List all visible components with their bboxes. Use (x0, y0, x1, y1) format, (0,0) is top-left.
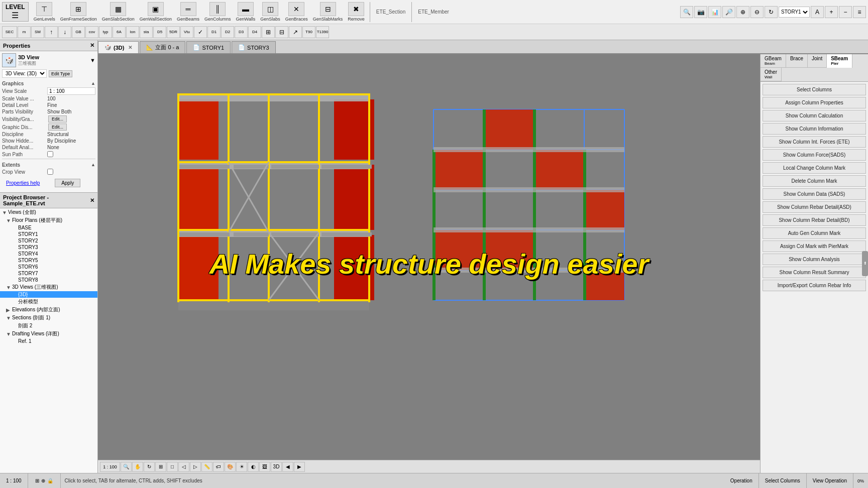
gb-btn[interactable]: GB (72, 26, 85, 38)
toolbar-right-btn6[interactable]: ⊖ (750, 6, 764, 18)
tab-elevation[interactable]: 📐 立面 0 - a (140, 41, 185, 53)
properties-close-icon[interactable]: ✕ (90, 42, 94, 49)
right-tab-joint[interactable]: Joint (808, 54, 827, 68)
tree-story2[interactable]: STORY2 (0, 237, 97, 244)
pan-btn[interactable]: ✋ (132, 462, 143, 472)
prev-btn[interactable]: ◀ (282, 462, 293, 472)
d5-btn[interactable]: D5 (153, 26, 166, 38)
gen-slab-marks-btn[interactable]: ⊟ GenSlabMarks (311, 1, 345, 23)
tree-story5[interactable]: STORY5 (0, 257, 97, 264)
right-tab-brace[interactable]: Brace (786, 54, 808, 68)
tag-btn[interactable]: 🏷 (213, 462, 224, 472)
project-browser[interactable]: Project Browser - Sample_ETE.rvt ✕ ▼ Vie… (0, 193, 97, 488)
edit-type-btn[interactable]: Edit Type (49, 70, 72, 77)
tree-story4[interactable]: STORY4 (0, 251, 97, 257)
toolbar-right-btn1[interactable]: 🔍 (680, 6, 693, 18)
tree-section-2[interactable]: 剖面 2 (0, 322, 97, 330)
tree-story1[interactable]: STORY1 (0, 231, 97, 237)
toolbar-right-btn7[interactable]: ↻ (765, 6, 778, 18)
d2-btn[interactable]: D2 (221, 26, 234, 38)
grid-status-icon[interactable]: ⊞ (35, 478, 39, 483)
tab-3d[interactable]: 🎲 (3D) ✕ (98, 41, 139, 53)
properties-help-link[interactable]: Properties help (4, 179, 42, 187)
t1390-btn[interactable]: T1390 (316, 26, 329, 38)
tree-base[interactable]: BASE (0, 224, 97, 231)
align-btn[interactable]: ≡ (853, 6, 866, 18)
show-column-calculation-btn[interactable]: Show Column Calculation (763, 110, 866, 121)
nav-btn1[interactable]: ◁ (178, 462, 189, 472)
minus-btn[interactable]: − (839, 6, 852, 18)
toolbar-right-btn3[interactable]: 📊 (708, 6, 721, 18)
graphic-dis-edit-btn[interactable]: Edit... (48, 124, 67, 131)
constrain-status-icon[interactable]: 🔒 (47, 478, 53, 483)
check-btn[interactable]: ✓ (194, 26, 207, 38)
delete-column-mark-btn[interactable]: Delete Column Mark (763, 175, 866, 187)
plus-btn[interactable]: + (825, 6, 838, 18)
show-column-analysis-btn[interactable]: Show Column Analysis (763, 254, 866, 265)
remove-btn[interactable]: ✖ Remove (346, 1, 367, 23)
gen-wall-section-btn[interactable]: ▣ GenWallSection (138, 1, 174, 23)
sm-btn[interactable]: SM (31, 26, 44, 38)
m-btn[interactable]: m (18, 26, 31, 38)
gen-levels-btn[interactable]: ⊤ GenLevels (32, 1, 57, 23)
tree-sections[interactable]: ▼ Sections (剖面 1) (0, 314, 97, 322)
extents-toggle[interactable]: Extents ▲ (2, 161, 95, 169)
next-btn[interactable]: ▶ (294, 462, 305, 472)
tree-analysis-model[interactable]: 分析模型 (0, 298, 97, 306)
gen-slabs-btn[interactable]: ◫ GenSlabs (258, 1, 282, 23)
tree-elevations[interactable]: ▶ Elevations (内部立面) (0, 306, 97, 314)
assign-col-mark-piermark-btn[interactable]: Assign Col Mark with PierMark (763, 240, 866, 252)
cov-btn[interactable]: cov (85, 26, 98, 38)
show-column-data-sads-btn[interactable]: Show Column Data (SADS) (763, 188, 866, 200)
zoom-btn[interactable]: 🔍 (121, 462, 132, 472)
table-btn[interactable]: ⊟ (275, 26, 288, 38)
show-column-result-summary-btn[interactable]: Show Column Result Summary (763, 267, 866, 278)
model-graphics-btn[interactable]: 🎨 (225, 462, 236, 472)
rotate-btn[interactable]: ↻ (144, 462, 155, 472)
nav-btn2[interactable]: ▷ (190, 462, 201, 472)
crop-view-checkbox[interactable] (47, 169, 53, 175)
right-panel-scrollbar[interactable]: ⬆ (862, 251, 868, 276)
toolbar-right-btn4[interactable]: 🔎 (722, 6, 735, 18)
select-columns-btn[interactable]: Select Columns (763, 84, 866, 95)
grid-btn[interactable]: ⊞ (262, 26, 275, 38)
project-browser-close-icon[interactable]: ✕ (90, 197, 94, 204)
vtu-btn[interactable]: Vtu (180, 26, 193, 38)
right-tab-other-wall[interactable]: Other Wall (761, 68, 782, 81)
main-viewport[interactable]: AI Makes structure design easier (98, 54, 760, 473)
local-change-column-mark-btn[interactable]: Local Change Column Mark (763, 162, 866, 174)
snap-status-icon[interactable]: ⊕ (41, 478, 45, 483)
d3-btn[interactable]: D3 (235, 26, 248, 38)
tab-3d-close[interactable]: ✕ (128, 45, 132, 50)
gen-slab-section-btn[interactable]: ▦ GenSlabSection (100, 1, 137, 23)
graphics-toggle[interactable]: Graphics ▲ (2, 79, 95, 87)
section-box-btn[interactable]: □ (167, 462, 178, 472)
sec-btn[interactable]: SEC (2, 26, 17, 38)
tree-views-all[interactable]: ▼ Views (全部) (0, 208, 97, 216)
toolbar-right-btn5[interactable]: ⊕ (736, 6, 749, 18)
tree-floor-plans[interactable]: ▼ Floor Plans (楼层平面) (0, 216, 97, 224)
gen-frame-section-btn[interactable]: ⊞ GenFrameSection (58, 1, 99, 23)
gen-braces-btn[interactable]: ✕ GenBraces (283, 1, 310, 23)
d1-btn[interactable]: D1 (207, 26, 221, 38)
gen-columns-btn[interactable]: ║ GenColumns (202, 1, 233, 23)
tab-story1[interactable]: 📄 STORY1 (186, 41, 231, 53)
tree-story3[interactable]: STORY3 (0, 244, 97, 251)
tree-drafting-views[interactable]: ▼ Drafting Views (详图) (0, 330, 97, 338)
d4-btn[interactable]: D4 (248, 26, 261, 38)
show-column-information-btn[interactable]: Show Column Information (763, 123, 866, 135)
3d-btn[interactable]: 3D (271, 462, 282, 472)
story-dropdown[interactable]: STORY1 (779, 7, 810, 18)
sun-path-checkbox[interactable] (47, 151, 53, 157)
fit-btn[interactable]: ⊞ (155, 462, 166, 472)
sun-btn[interactable]: ☀ (236, 462, 247, 472)
assign-column-properties-btn[interactable]: Assign Column Properties (763, 97, 866, 108)
lon-btn[interactable]: lon (126, 26, 139, 38)
show-column-force-sads-btn[interactable]: Show Column Force(SADS) (763, 149, 866, 161)
show-column-rebar-detail-bd-btn[interactable]: Show Column Rebar Detail(BD) (763, 214, 866, 226)
measure-btn[interactable]: 📏 (201, 462, 212, 472)
5dr-btn[interactable]: 5DR (167, 26, 180, 38)
arrow-down-btn[interactable]: ↓ (58, 26, 71, 38)
show-column-rebar-detail-asd-btn[interactable]: Show Column Rebar Detail(ASD) (763, 201, 866, 213)
visibility-edit-btn[interactable]: Edit... (48, 115, 67, 123)
